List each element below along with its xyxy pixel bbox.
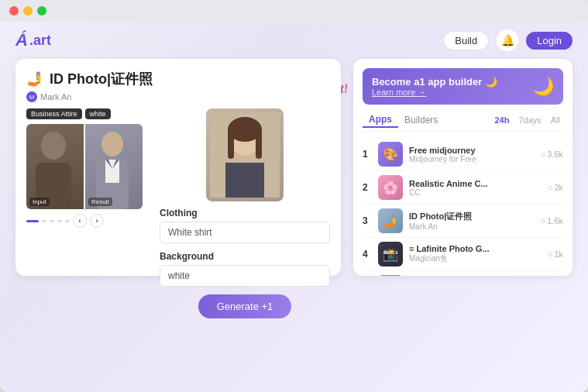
app-sub: Mark An: [409, 222, 535, 231]
body-layout: 🤳 ID Photo|证件照 M Mark An Business Attire…: [0, 59, 588, 383]
result-woman-svg: [210, 112, 280, 198]
app-stat: ○ 1k: [548, 249, 563, 259]
main-content: Á .art Build 🔔 Login ← Just play it! 🤳 I…: [0, 22, 588, 392]
background-input[interactable]: white: [160, 265, 330, 287]
page-dot-active: [26, 220, 39, 222]
page-dot-1: [42, 220, 46, 222]
svg-rect-4: [105, 160, 119, 183]
demo-right: Clothing White shirt Background white Ge…: [160, 108, 330, 318]
logo-a-symbol: Á: [15, 30, 28, 50]
circle-icon: ○: [541, 150, 546, 159]
moon-icon: 🌙: [533, 77, 554, 97]
app-rank: 1: [363, 149, 372, 160]
list-item[interactable]: 2 🌸 Realistic Anime C... CC ○ 2k: [363, 171, 563, 205]
app-demo-panel: 🤳 ID Photo|证件照 M Mark An Business Attire…: [15, 59, 341, 276]
list-item[interactable]: 3 🤳 ID Photo|证件照 Mark An ○ 1.6k: [363, 205, 563, 238]
app-stat: ○ 3.6k: [541, 150, 563, 159]
result-person-svg: [85, 124, 139, 209]
time-tab-7days[interactable]: 7days: [515, 115, 544, 126]
svg-point-2: [101, 132, 123, 156]
svg-point-0: [41, 132, 66, 160]
input-person-svg: [26, 124, 81, 209]
photo-tags: Business Attire white: [26, 108, 150, 119]
browser-window: Á .art Build 🔔 Login ← Just play it! 🤳 I…: [0, 0, 588, 392]
tag-business: Business Attire: [26, 108, 82, 119]
time-tabs: 24h 7days All: [491, 115, 563, 126]
app-info: Free midjourney Midjourney for Free: [409, 146, 535, 163]
circle-icon: ○: [541, 216, 546, 225]
header-right: Build 🔔 Login: [443, 29, 573, 51]
svg-rect-13: [225, 163, 264, 198]
svg-rect-12: [256, 128, 262, 159]
demo-left: Business Attire white Input: [26, 108, 150, 318]
app-name: ≡ Lafinite Photo G...: [409, 244, 494, 253]
tabs-row: Apps Builders 24h 7days All: [363, 112, 563, 132]
app-stat: ○ 1.6k: [541, 216, 563, 225]
pagination: ‹ ›: [26, 214, 150, 228]
circle-icon: ○: [548, 249, 553, 259]
app-info: ID Photo|证件照 Mark An: [409, 211, 535, 231]
page-dot-3: [57, 220, 62, 222]
app-name: ID Photo|证件照: [409, 211, 494, 222]
list-item[interactable]: 5 🧋 Milk Tea Couple A... CC ○ 681: [363, 271, 563, 276]
login-button[interactable]: Login: [526, 32, 573, 50]
app-name: Free midjourney: [409, 146, 494, 155]
title-bar: [0, 0, 588, 22]
app-demo-body: Business Attire white Input: [26, 108, 330, 318]
close-dot[interactable]: [9, 6, 19, 15]
page-dot-4: [65, 220, 70, 222]
app-thumbnail: 📸: [378, 242, 403, 266]
logo-text: .art: [29, 33, 51, 49]
popular-panel: Become a1 app builder 🌙 Learn more → 🌙 A…: [353, 59, 573, 276]
app-list: 1 🎨 Free midjourney Midjourney for Free …: [363, 138, 563, 276]
svg-rect-11: [228, 128, 234, 159]
result-label: Result: [88, 198, 112, 206]
app-info: Realistic Anime C... CC: [409, 179, 542, 197]
app-sub: Midjourney for Free: [409, 155, 535, 163]
header: Á .art Build 🔔 Login: [0, 22, 588, 59]
app-title: 🤳 ID Photo|证件照: [26, 70, 330, 88]
input-label: Input: [29, 198, 50, 206]
tab-apps[interactable]: Apps: [363, 112, 398, 128]
tab-builders[interactable]: Builders: [398, 113, 444, 127]
app-thumbnail: 🤳: [378, 208, 403, 233]
clothing-input[interactable]: White shirt: [160, 222, 330, 243]
app-thumbnail: 🌸: [378, 175, 403, 200]
build-button[interactable]: Build: [443, 31, 489, 50]
clothing-label: Clothing: [160, 208, 330, 218]
logo[interactable]: Á .art: [15, 30, 51, 50]
bell-icon[interactable]: 🔔: [497, 29, 518, 51]
app-rank: 3: [363, 215, 372, 226]
become-builder-text: Become a1 app builder 🌙 Learn more →: [372, 76, 497, 97]
app-stat: ○ 2k: [548, 183, 563, 192]
generate-button[interactable]: Generate +1: [198, 294, 292, 318]
bottom-section: Images Apps 3.4k+ Collections Use hotkey…: [0, 383, 588, 392]
page-dot-2: [50, 220, 54, 222]
list-item[interactable]: 4 📸 ≡ Lafinite Photo G... Magician鱼 ○ 1k: [363, 238, 563, 271]
app-rank: 2: [363, 182, 372, 193]
app-author: M Mark An: [26, 91, 330, 102]
list-item[interactable]: 1 🎨 Free midjourney Midjourney for Free …: [363, 138, 563, 171]
learn-more-link[interactable]: Learn more →: [372, 88, 497, 97]
time-tab-24h[interactable]: 24h: [491, 115, 512, 126]
page-next-button[interactable]: ›: [90, 214, 104, 228]
result-photo-compare: Result: [85, 124, 143, 209]
page-prev-button[interactable]: ‹: [73, 214, 87, 228]
app-thumbnail: 🧋: [378, 275, 403, 276]
app-emoji-icon: 🤳: [26, 70, 43, 88]
maximize-dot[interactable]: [37, 6, 46, 15]
minimize-dot[interactable]: [23, 6, 33, 15]
app-info: ≡ Lafinite Photo G... Magician鱼: [409, 244, 542, 264]
become-builder-title: Become a1 app builder 🌙: [372, 76, 497, 88]
app-title-text: ID Photo|证件照: [50, 70, 153, 88]
app-rank: 4: [363, 249, 372, 260]
author-name: Mark An: [40, 92, 71, 101]
time-tab-all[interactable]: All: [548, 115, 563, 126]
photo-comparison: Input Re: [26, 124, 143, 209]
become-builder-banner[interactable]: Become a1 app builder 🌙 Learn more → 🌙: [363, 68, 563, 105]
background-label: Background: [160, 251, 330, 262]
result-photo: [206, 108, 284, 201]
app-sub: CC: [409, 188, 542, 197]
circle-icon: ○: [548, 183, 553, 192]
author-avatar: M: [26, 91, 37, 102]
